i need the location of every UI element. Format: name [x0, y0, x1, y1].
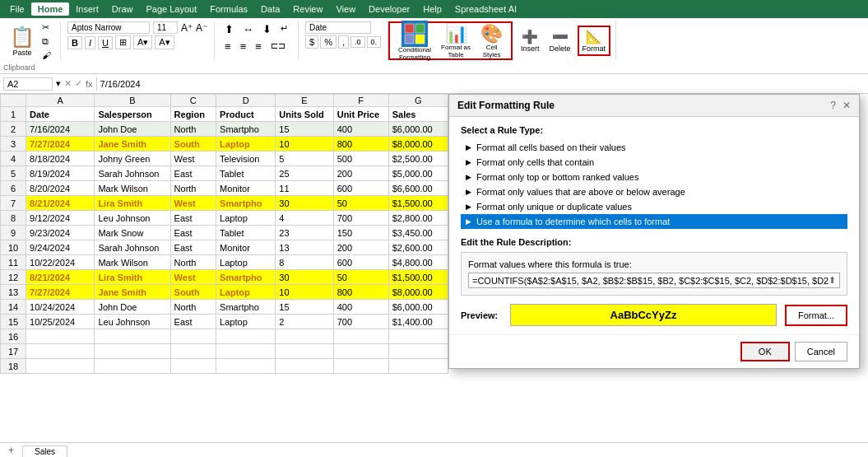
fill-color-button[interactable]: A▾: [133, 35, 152, 49]
cell-r2-c4[interactable]: 15: [276, 122, 333, 137]
cut-button[interactable]: ✂: [39, 21, 53, 34]
cell-r11-c1[interactable]: Mark Wilson: [95, 255, 170, 270]
cell-r13-c3[interactable]: Laptop: [216, 285, 276, 300]
cell-r14-c4[interactable]: 15: [276, 300, 333, 315]
rule-type-item-4[interactable]: ▶ Format only values that are above or b…: [461, 184, 847, 199]
cell-r5-c1[interactable]: Sarah Johnson: [95, 166, 170, 181]
cell-r17-c3[interactable]: [216, 344, 276, 359]
cell-r10-c6[interactable]: $2,600.00: [388, 240, 448, 255]
formula-expand-icon[interactable]: ⬆: [829, 275, 836, 286]
row-header-9[interactable]: 9: [1, 226, 26, 240]
rule-type-item-6-selected[interactable]: ▶ Use a formula to determine which cells…: [461, 214, 847, 229]
cell-styles-button[interactable]: 🎨 CellStyles: [477, 21, 506, 61]
add-sheet-button[interactable]: +: [3, 444, 19, 457]
cell-r5-c5[interactable]: 200: [333, 166, 388, 181]
ok-button[interactable]: OK: [740, 342, 790, 361]
cell-r11-c5[interactable]: 600: [333, 255, 388, 270]
cell-r12-c5[interactable]: 50: [333, 270, 388, 285]
paste-button[interactable]: 📋 Paste: [7, 24, 38, 58]
col-header-g[interactable]: G: [388, 95, 448, 107]
row-header-18[interactable]: 18: [1, 359, 26, 374]
menu-item-review[interactable]: Review: [286, 2, 329, 16]
cell-r4-c2[interactable]: West: [170, 152, 216, 166]
cancel-button[interactable]: Cancel: [795, 342, 847, 361]
cell-r15-c6[interactable]: $1,400.00: [388, 315, 448, 329]
col-header-e[interactable]: E: [276, 95, 333, 107]
cell-r9-c2[interactable]: East: [170, 226, 216, 240]
cell-r1-c6[interactable]: Sales: [388, 107, 448, 122]
cell-r18-c1[interactable]: [95, 359, 170, 374]
currency-button[interactable]: $: [305, 35, 318, 49]
bold-button[interactable]: B: [67, 36, 82, 49]
cell-r1-c5[interactable]: Unit Price: [333, 107, 388, 122]
cell-r11-c0[interactable]: 10/22/2024: [26, 255, 95, 270]
cell-r3-c6[interactable]: $8,000.00: [388, 137, 448, 152]
cell-r10-c4[interactable]: 13: [276, 240, 333, 255]
menu-item-insert[interactable]: Insert: [69, 2, 105, 16]
cell-r3-c3[interactable]: Laptop: [216, 137, 276, 152]
col-header-f[interactable]: F: [333, 95, 388, 107]
cell-r16-c3[interactable]: [216, 329, 276, 344]
cell-r4-c3[interactable]: Television: [216, 152, 276, 166]
increase-font-icon[interactable]: A⁺: [181, 22, 193, 34]
rule-type-item-5[interactable]: ▶ Format only unique or duplicate values: [461, 199, 847, 214]
cell-r5-c0[interactable]: 8/19/2024: [26, 166, 95, 181]
conditional-formatting-button[interactable]: ConditionalFormatting: [395, 19, 434, 63]
cell-r16-c6[interactable]: [388, 329, 448, 344]
row-header-15[interactable]: 15: [1, 315, 26, 329]
cell-r2-c2[interactable]: North: [170, 122, 216, 137]
cell-r3-c5[interactable]: 800: [333, 137, 388, 152]
cell-r15-c4[interactable]: 2: [276, 315, 333, 329]
cell-r17-c4[interactable]: [276, 344, 333, 359]
cell-r2-c6[interactable]: $6,000.00: [388, 122, 448, 137]
cell-r16-c1[interactable]: [95, 329, 170, 344]
cell-reference-box[interactable]: [3, 77, 53, 91]
cell-r7-c1[interactable]: Lira Smith: [95, 196, 170, 211]
format-as-table-button[interactable]: 📊 Format asTable: [438, 21, 474, 61]
cell-r8-c0[interactable]: 9/12/2024: [26, 211, 95, 226]
cell-r3-c1[interactable]: Jane Smith: [95, 137, 170, 152]
cell-r3-c2[interactable]: South: [170, 137, 216, 152]
cell-r12-c6[interactable]: $1,500.00: [388, 270, 448, 285]
menu-item-spreadsheetai[interactable]: Spreadsheet AI: [448, 2, 523, 16]
cell-r13-c1[interactable]: Jane Smith: [95, 285, 170, 300]
cell-r14-c1[interactable]: John Doe: [95, 300, 170, 315]
align-right-button[interactable]: ≡: [252, 39, 265, 54]
cell-r1-c1[interactable]: Salesperson: [95, 107, 170, 122]
cell-r12-c0[interactable]: 8/21/2024: [26, 270, 95, 285]
cell-r6-c1[interactable]: Mark Wilson: [95, 181, 170, 196]
row-header-10[interactable]: 10: [1, 240, 26, 255]
increase-decimal-button[interactable]: 0.: [367, 36, 382, 48]
cell-r4-c0[interactable]: 8/18/2024: [26, 152, 95, 166]
cell-r9-c1[interactable]: Mark Snow: [95, 226, 170, 240]
expand-formula-icon[interactable]: ▾: [56, 78, 61, 89]
cell-r10-c3[interactable]: Monitor: [216, 240, 276, 255]
row-header-1[interactable]: 1: [1, 107, 26, 122]
cell-r11-c4[interactable]: 8: [276, 255, 333, 270]
menu-item-pagelayout[interactable]: Page Layout: [139, 2, 203, 16]
cell-r14-c5[interactable]: 400: [333, 300, 388, 315]
cell-r14-c6[interactable]: $6,000.00: [388, 300, 448, 315]
row-header-6[interactable]: 6: [1, 181, 26, 196]
row-header-11[interactable]: 11: [1, 255, 26, 270]
cell-r8-c4[interactable]: 4: [276, 211, 333, 226]
italic-button[interactable]: I: [85, 36, 95, 49]
cell-r11-c2[interactable]: North: [170, 255, 216, 270]
cell-r14-c3[interactable]: Smartpho: [216, 300, 276, 315]
row-header-3[interactable]: 3: [1, 137, 26, 152]
align-middle-button[interactable]: ↔: [239, 21, 257, 37]
row-header-7[interactable]: 7: [1, 196, 26, 211]
cell-r5-c3[interactable]: Tablet: [216, 166, 276, 181]
cell-r9-c5[interactable]: 150: [333, 226, 388, 240]
menu-item-help[interactable]: Help: [416, 2, 448, 16]
rule-type-item-3[interactable]: ▶ Format only top or bottom ranked value…: [461, 170, 847, 184]
row-header-2[interactable]: 2: [1, 122, 26, 137]
cell-r8-c2[interactable]: East: [170, 211, 216, 226]
cell-r13-c6[interactable]: $8,000.00: [388, 285, 448, 300]
cell-r13-c2[interactable]: South: [170, 285, 216, 300]
cell-r7-c2[interactable]: West: [170, 196, 216, 211]
cell-r6-c0[interactable]: 8/20/2024: [26, 181, 95, 196]
cell-r18-c6[interactable]: [388, 359, 448, 374]
cell-r13-c4[interactable]: 10: [276, 285, 333, 300]
cell-r17-c2[interactable]: [170, 344, 216, 359]
